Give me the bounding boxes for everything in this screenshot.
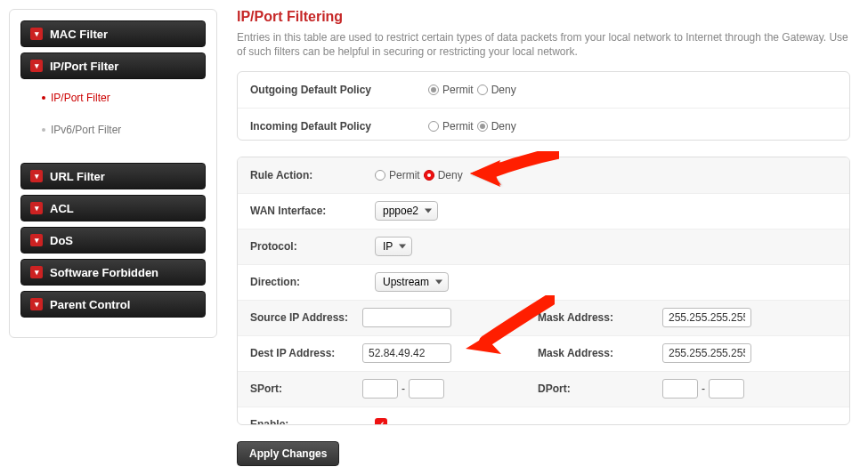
sidebar: ▾ MAC Filter ▾ IP/Port Filter IP/Port Fi… <box>9 9 217 338</box>
radio-selected-icon <box>477 121 488 132</box>
apply-changes-button[interactable]: Apply Changes <box>237 441 339 466</box>
radio-label: Permit <box>389 169 420 181</box>
dest-mask-label: Mask Address: <box>538 347 662 359</box>
main-content: IP/Port Filtering Entries in this table … <box>217 9 859 466</box>
protocol-label: Protocol: <box>250 240 375 253</box>
dash: - <box>702 382 705 395</box>
dest-ip-row: Dest IP Address: Mask Address: <box>238 335 849 371</box>
outgoing-deny-radio[interactable]: Deny <box>477 84 516 96</box>
sidebar-item-label: IPv6/Port Filter <box>51 124 121 136</box>
incoming-policy-row: Incoming Default Policy Permit Deny <box>238 108 849 140</box>
dash: - <box>402 382 405 395</box>
sidebar-item-software-forbidden[interactable]: ▾ Software Forbidden <box>20 259 206 286</box>
dport-label: DPort: <box>538 382 662 395</box>
incoming-deny-radio[interactable]: Deny <box>477 120 516 133</box>
sidebar-item-label: MAC Filter <box>50 28 108 41</box>
incoming-policy-label: Incoming Default Policy <box>250 120 428 133</box>
radio-label: Deny <box>491 84 516 96</box>
sport-label: SPort: <box>238 382 362 395</box>
radio-selected-icon <box>424 170 434 181</box>
sidebar-item-acl[interactable]: ▾ ACL <box>20 195 206 221</box>
sidebar-item-label: URL Filter <box>50 170 105 183</box>
protocol-row: Protocol: IP <box>238 229 849 264</box>
sport-from-input[interactable] <box>362 379 398 399</box>
dest-ip-input[interactable] <box>362 343 451 363</box>
dest-ip-label: Dest IP Address: <box>238 347 362 359</box>
sidebar-item-parent-control[interactable]: ▾ Parent Control <box>20 291 206 318</box>
radio-label: Permit <box>442 120 474 133</box>
dport-from-input[interactable] <box>662 379 698 399</box>
wan-interface-select[interactable]: pppoe2 <box>375 201 438 221</box>
outgoing-policy-value: Permit Deny <box>428 84 837 96</box>
sidebar-subitem-ipv6port-filter[interactable]: IPv6/Port Filter <box>20 117 206 143</box>
outgoing-policy-label: Outgoing Default Policy <box>250 84 428 96</box>
chevron-down-icon: ▾ <box>30 298 43 310</box>
chevron-down-icon: ▾ <box>30 202 43 214</box>
source-ip-label: Source IP Address: <box>238 311 362 324</box>
sidebar-item-dos[interactable]: ▾ DoS <box>20 227 206 254</box>
source-ip-row: Source IP Address: Mask Address: <box>238 300 849 335</box>
direction-label: Direction: <box>250 276 375 288</box>
wan-interface-row: WAN Interface: pppoe2 <box>238 193 849 229</box>
default-policy-panel: Outgoing Default Policy Permit Deny Inco… <box>237 71 850 140</box>
source-mask-label: Mask Address: <box>538 311 662 324</box>
enable-label: Enable: <box>250 418 375 425</box>
radio-selected-icon <box>428 85 439 95</box>
port-row: SPort: - DPort: - <box>238 371 849 407</box>
chevron-down-icon: ▾ <box>30 266 43 278</box>
incoming-permit-radio[interactable]: Permit <box>428 120 474 133</box>
chevron-down-icon: ▾ <box>30 234 43 246</box>
rule-action-row: Rule Action: Permit Deny <box>238 157 849 193</box>
rule-action-label: Rule Action: <box>250 169 375 181</box>
protocol-select-el[interactable]: IP <box>375 237 412 256</box>
bullet-icon <box>42 128 45 132</box>
direction-select[interactable]: Upstream <box>375 272 449 292</box>
chevron-down-icon: ▾ <box>30 60 43 72</box>
chevron-down-icon: ▾ <box>30 170 43 182</box>
rule-action-value: Permit Deny <box>375 169 837 181</box>
sidebar-item-mac-filter[interactable]: ▾ MAC Filter <box>20 20 206 47</box>
page-title: IP/Port Filtering <box>237 9 850 25</box>
direction-select-el[interactable]: Upstream <box>375 272 449 292</box>
radio-label: Deny <box>438 169 463 181</box>
radio-unselected-icon <box>428 121 439 132</box>
enable-checkbox[interactable]: ✓ <box>375 418 387 425</box>
outgoing-policy-row: Outgoing Default Policy Permit Deny <box>238 72 849 108</box>
bullet-icon <box>42 96 45 100</box>
sport-to-input[interactable] <box>409 379 444 399</box>
source-mask-input[interactable] <box>662 308 751 327</box>
incoming-policy-value: Permit Deny <box>428 120 837 133</box>
dport-to-input[interactable] <box>709 379 744 399</box>
sidebar-item-label: Parent Control <box>50 298 130 311</box>
protocol-select[interactable]: IP <box>375 237 412 256</box>
radio-label: Permit <box>442 84 474 96</box>
sidebar-item-label: ACL <box>50 202 74 215</box>
radio-unselected-icon <box>375 170 385 181</box>
sidebar-item-label: Software Forbidden <box>50 266 158 279</box>
chevron-down-icon: ▾ <box>30 28 43 40</box>
sidebar-item-label: IP/Port Filter <box>50 60 118 73</box>
sidebar-item-url-filter[interactable]: ▾ URL Filter <box>20 163 206 189</box>
sidebar-item-ipport-filter[interactable]: ▾ IP/Port Filter <box>20 52 206 79</box>
source-ip-input[interactable] <box>362 308 451 327</box>
spacer <box>20 149 206 157</box>
sidebar-subitem-ipport-filter[interactable]: IP/Port Filter <box>20 85 206 111</box>
radio-label: Deny <box>491 120 516 133</box>
rule-deny-radio[interactable]: Deny <box>424 169 463 181</box>
wan-interface-label: WAN Interface: <box>250 205 375 217</box>
rule-panel: Rule Action: Permit Deny WAN Interface: … <box>237 157 850 426</box>
sidebar-item-label: DoS <box>50 234 73 247</box>
enable-row: Enable: ✓ <box>238 407 849 426</box>
sidebar-item-label: IP/Port Filter <box>51 92 110 104</box>
rule-permit-radio[interactable]: Permit <box>375 169 420 181</box>
page-description: Entries in this table are used to restri… <box>237 30 850 59</box>
wan-interface-select-el[interactable]: pppoe2 <box>375 201 438 221</box>
outgoing-permit-radio[interactable]: Permit <box>428 84 474 96</box>
dest-mask-input[interactable] <box>662 343 751 363</box>
direction-row: Direction: Upstream <box>238 264 849 300</box>
radio-unselected-icon <box>477 85 488 95</box>
